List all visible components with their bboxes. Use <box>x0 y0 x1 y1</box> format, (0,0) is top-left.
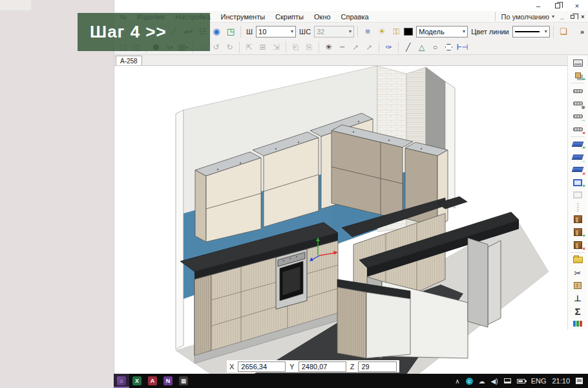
panel-insert-icon[interactable]: → <box>570 151 585 163</box>
separator <box>240 26 241 38</box>
copy-style-icon[interactable]: ❏ <box>557 25 570 38</box>
width-label: Ш <box>246 28 253 36</box>
bulb-icon[interactable]: ☀ <box>375 25 388 38</box>
window-minimize-button[interactable]: – <box>529 0 548 11</box>
lock-icon[interactable]: ⚿ <box>390 25 403 38</box>
profile-selector[interactable]: По умолчанию▾ <box>499 13 557 21</box>
kitchen-3d-scene[interactable] <box>114 66 588 374</box>
tray-expand-icon[interactable]: ∧ <box>455 378 459 385</box>
toolbar-grip[interactable] <box>577 203 579 211</box>
language-indicator[interactable]: ENG <box>531 377 547 385</box>
screw-settings-icon[interactable]: ✱ <box>570 98 585 110</box>
cabinet-add-icon[interactable]: + <box>570 226 585 239</box>
line-tool-icon[interactable]: ╱ <box>402 42 414 53</box>
window-restore-button[interactable] <box>548 0 567 11</box>
separator <box>571 136 585 137</box>
3d-viewport[interactable]: X 2656,34 Y 2480,07 Z 29 <box>114 65 588 374</box>
notification-center-icon[interactable] <box>576 378 583 384</box>
y-label: Y <box>289 363 294 371</box>
network-icon[interactable] <box>504 378 511 383</box>
access-icon: A <box>148 376 157 385</box>
panel-add-icon[interactable]: + <box>570 138 585 151</box>
copy-fragment-icon[interactable]: + <box>570 70 585 82</box>
hexagon-tool-icon[interactable] <box>443 42 455 53</box>
separator <box>379 41 379 53</box>
tab-a258[interactable]: А-258 <box>116 56 142 66</box>
panel-view-icon[interactable] <box>570 57 585 69</box>
folder-icon[interactable] <box>570 254 585 266</box>
frame-disabled-icon[interactable] <box>570 189 585 201</box>
screw-delete-icon[interactable]: × <box>570 123 585 135</box>
frame-arrows-icon[interactable]: ⇱ <box>243 42 255 53</box>
z-input[interactable]: 29 <box>358 361 397 372</box>
axes-star-icon[interactable]: ✳ <box>322 42 335 53</box>
separator <box>239 41 240 53</box>
axes-cube-icon[interactable]: ◳ <box>224 25 237 38</box>
clock[interactable]: 21:10 <box>552 377 570 385</box>
separator <box>286 41 286 53</box>
titlebar: – × <box>114 0 588 11</box>
screw-insert-icon[interactable]: → <box>570 111 585 123</box>
coordinate-bar: X 2656,34 Y 2480,07 Z 29 <box>227 360 399 372</box>
brush-icon[interactable]: ✑ <box>383 42 395 53</box>
rotate-left-icon[interactable]: ↺ <box>210 42 222 53</box>
dashed-line-icon[interactable]: ┄ <box>336 42 348 53</box>
taskbar-app-access[interactable]: A <box>145 374 160 388</box>
volume-icon[interactable]: ◀) <box>491 378 498 385</box>
cabinet-delete-icon[interactable]: × <box>570 239 585 251</box>
taskbar-app-onenote[interactable]: N <box>160 374 176 388</box>
antivirus-icon[interactable]: c <box>466 378 473 385</box>
mdi-restore-button[interactable] <box>567 12 578 21</box>
model-combo[interactable]: Модель▾ <box>416 26 468 38</box>
menu-item-spravka[interactable]: Справка <box>336 11 374 22</box>
cursor-alt-icon[interactable]: ➚ <box>363 42 375 53</box>
frame-move-icon[interactable]: ⇲ <box>270 42 282 53</box>
materials-icon[interactable] <box>570 318 585 330</box>
taskbar-app-calculator[interactable]: ▦ <box>176 374 191 388</box>
separator <box>495 12 496 21</box>
separator <box>571 252 585 253</box>
mdi-minimize-button[interactable]: _ <box>557 12 567 21</box>
cursor-icon[interactable]: ➚ <box>350 42 362 53</box>
panel-delete-icon[interactable]: × <box>570 164 585 176</box>
menu-item-skripty[interactable]: Скрипты <box>270 11 309 22</box>
step-annotation-overlay: Шаг 4 >> <box>78 13 210 51</box>
screw-icon[interactable] <box>570 85 585 97</box>
y-input[interactable]: 2480,07 <box>299 361 346 372</box>
circle-tool-icon[interactable]: ○ <box>429 42 441 53</box>
taskbar-app-basis-cad[interactable]: ⌂ <box>114 374 129 388</box>
frame-add-icon[interactable]: + <box>570 177 585 189</box>
battery-icon[interactable] <box>517 379 525 383</box>
layers-icon[interactable]: ≡ <box>361 25 374 38</box>
window-close-button[interactable]: × <box>567 0 587 11</box>
x-input[interactable]: 2656,34 <box>238 361 286 372</box>
line-style-combo[interactable]: ▾ <box>512 26 550 38</box>
rotate-right-icon[interactable]: ↻ <box>224 42 236 53</box>
camera-icon[interactable]: ◉ <box>210 25 223 38</box>
line-sample <box>515 31 540 32</box>
dimension-tool-icon[interactable]: Ⱶ⊣ <box>456 42 468 53</box>
menu-item-instrumenty[interactable]: Инструменты <box>216 11 271 22</box>
sum-icon[interactable]: Σ <box>570 305 585 318</box>
press-icon[interactable]: ⊥ <box>570 292 585 305</box>
grid-icon[interactable]: ⊞ <box>257 42 269 53</box>
cad-app-window: – × ть Изделие Настройка Инструменты Скр… <box>114 0 588 374</box>
mdi-close-button[interactable]: × <box>578 12 588 21</box>
cloud-icon[interactable]: ☁ <box>479 378 485 385</box>
width-combo[interactable]: 10▾ <box>256 26 296 38</box>
cabinet-icon[interactable] <box>570 213 585 226</box>
menu-item-okno[interactable]: Окно <box>309 11 336 22</box>
box-pack-icon[interactable] <box>570 279 585 292</box>
paste-icon[interactable]: ⎗ <box>289 42 302 53</box>
color-swatch[interactable] <box>404 28 413 36</box>
triangle-tool-icon[interactable]: △ <box>415 42 428 53</box>
onenote-icon: N <box>163 376 173 385</box>
toolbar-overflow-button[interactable]: » <box>580 28 584 36</box>
desktop-corner-patch <box>0 0 31 10</box>
cut-icon[interactable]: ✂ <box>570 267 585 279</box>
taskbar-app-excel[interactable]: X <box>129 374 145 388</box>
widths-combo[interactable]: 32▾ <box>314 26 354 38</box>
line-color-label: Цвет линии <box>471 28 509 36</box>
windows-taskbar: ⌂ X A N ▦ ∧ c ☁ ◀) ENG 21:10 <box>114 374 588 388</box>
box-icon[interactable]: ⎘ <box>303 42 315 53</box>
